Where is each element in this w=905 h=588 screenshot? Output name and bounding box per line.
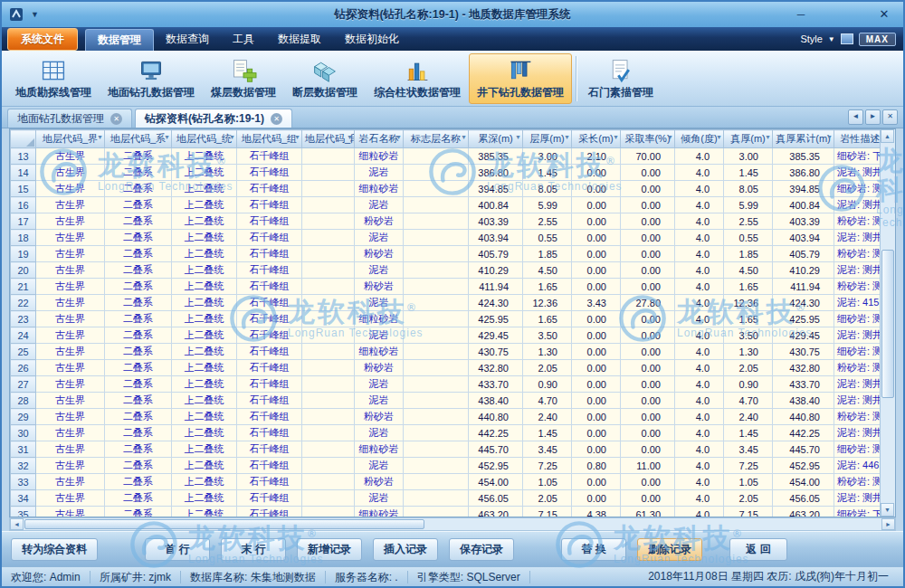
row-number-cell[interactable]: 24 (11, 327, 36, 344)
cell[interactable]: 泥岩 (355, 458, 404, 474)
cell[interactable]: 古生界 (36, 458, 105, 474)
footer-button-3[interactable]: 新增记录 (297, 538, 362, 561)
cell[interactable]: 泥岩 (355, 165, 404, 181)
footer-button-0[interactable]: 转为综合资料 (11, 538, 98, 561)
row-number-cell[interactable]: 19 (11, 246, 36, 262)
cell[interactable] (302, 458, 355, 474)
cell[interactable]: 394.85 (773, 181, 834, 197)
cell[interactable]: 古生界 (36, 246, 105, 262)
cell[interactable]: 二叠系 (105, 262, 172, 279)
cell[interactable] (302, 441, 355, 458)
row-number-cell[interactable]: 22 (11, 295, 36, 311)
cell[interactable]: 0.00 (572, 246, 621, 262)
cell[interactable]: 石千峰组 (237, 425, 302, 441)
table-row[interactable]: 35古生界二叠系上二叠统石千峰组细粒砂岩463.207.154.3861.304… (11, 507, 887, 518)
cell[interactable]: 70.00 (621, 148, 675, 165)
cell[interactable]: 泥岩: 测井解释. (834, 376, 887, 393)
row-number-cell[interactable]: 16 (11, 197, 36, 213)
cell[interactable]: 454.00 (469, 474, 523, 490)
cell[interactable]: 0.55 (724, 230, 773, 246)
cell[interactable]: 1.65 (523, 311, 572, 327)
cell[interactable]: 二叠系 (105, 376, 172, 393)
cell[interactable]: 4.0 (675, 181, 724, 197)
cell[interactable]: 386.80 (469, 165, 523, 181)
cell[interactable]: 0.00 (621, 311, 675, 327)
cell[interactable] (302, 279, 355, 295)
cell[interactable]: 粉砂岩: 测井解释. (834, 474, 887, 490)
row-number-cell[interactable]: 20 (11, 262, 36, 279)
cell[interactable]: 8.05 (523, 181, 572, 197)
cell[interactable]: 石千峰组 (237, 441, 302, 458)
column-filter-caret-icon[interactable]: ▼ (229, 134, 235, 140)
cell[interactable]: 上二叠统 (172, 376, 237, 393)
cell[interactable]: 石千峰组 (237, 246, 302, 262)
cell[interactable]: 粉砂岩 (355, 213, 404, 230)
cell[interactable] (302, 295, 355, 311)
cell[interactable]: 0.00 (621, 490, 675, 507)
table-row[interactable]: 17古生界二叠系上二叠统石千峰组粉砂岩403.392.550.000.004.0… (11, 213, 887, 230)
cell[interactable]: 445.70 (469, 441, 523, 458)
cell[interactable]: 2.05 (724, 490, 773, 507)
cell[interactable]: 上二叠统 (172, 327, 237, 344)
ribbon-button-5[interactable]: 井下钻孔数据管理 (469, 53, 572, 104)
cell[interactable]: 0.00 (621, 213, 675, 230)
cell[interactable]: 二叠系 (105, 425, 172, 441)
cell[interactable]: 2.05 (523, 360, 572, 376)
cell[interactable]: 粉砂岩: 测井解释. (834, 246, 887, 262)
cell[interactable]: 1.45 (724, 165, 773, 181)
cell[interactable]: 1.85 (724, 246, 773, 262)
cell[interactable]: 泥岩: 测井解释. (834, 262, 887, 279)
cell[interactable]: 泥岩: 测井解释. (834, 165, 887, 181)
cell[interactable]: 454.00 (773, 474, 834, 490)
column-header-5[interactable]: 地层代码_段▼ (302, 130, 355, 148)
cell[interactable]: 425.95 (773, 311, 834, 327)
column-header-14[interactable]: 真厚累计(m)▼ (773, 130, 834, 148)
row-number-cell[interactable]: 28 (11, 393, 36, 409)
cell[interactable]: 二叠系 (105, 230, 172, 246)
table-row[interactable]: 23古生界二叠系上二叠统石千峰组细粒砂岩425.951.650.000.004.… (11, 311, 887, 327)
cell[interactable]: 456.05 (773, 490, 834, 507)
cell[interactable] (302, 507, 355, 518)
cell[interactable]: 古生界 (36, 441, 105, 458)
cell[interactable]: 上二叠统 (172, 409, 237, 425)
cell[interactable]: 4.38 (572, 507, 621, 518)
cell[interactable] (404, 230, 469, 246)
cell[interactable]: 0.00 (572, 327, 621, 344)
cell[interactable]: 0.00 (572, 344, 621, 360)
cell[interactable] (404, 507, 469, 518)
cell[interactable]: 古生界 (36, 262, 105, 279)
cell[interactable]: 394.85 (469, 181, 523, 197)
cell[interactable]: 12.36 (523, 295, 572, 311)
cell[interactable]: 1.65 (523, 279, 572, 295)
cell[interactable]: 3.00 (523, 148, 572, 165)
doc-tab-0[interactable]: 地面钻孔数据管理✕ (7, 109, 132, 128)
cell[interactable]: 二叠系 (105, 327, 172, 344)
cell[interactable]: 452.95 (469, 458, 523, 474)
column-filter-caret-icon[interactable]: ▼ (564, 134, 570, 140)
cell[interactable]: 1.45 (724, 425, 773, 441)
column-filter-caret-icon[interactable]: ▼ (613, 134, 619, 140)
table-row[interactable]: 16古生界二叠系上二叠统石千峰组泥岩400.845.990.000.004.05… (11, 197, 887, 213)
cell[interactable]: 古生界 (36, 376, 105, 393)
cell[interactable] (302, 197, 355, 213)
cell[interactable]: 463.20 (773, 507, 834, 518)
cell[interactable]: 430.75 (469, 344, 523, 360)
cell[interactable]: 4.0 (675, 246, 724, 262)
cell[interactable]: 403.94 (773, 230, 834, 246)
cell[interactable]: 400.84 (469, 197, 523, 213)
max-button[interactable]: MAX (859, 33, 896, 46)
row-number-cell[interactable]: 14 (11, 165, 36, 181)
cell[interactable] (302, 213, 355, 230)
cell[interactable]: 0.00 (572, 490, 621, 507)
cell[interactable] (404, 197, 469, 213)
column-header-6[interactable]: 岩石名称▼ (355, 130, 404, 148)
cell[interactable] (302, 490, 355, 507)
table-row[interactable]: 33古生界二叠系上二叠统石千峰组粉砂岩454.001.050.000.004.0… (11, 474, 887, 490)
cell[interactable] (404, 474, 469, 490)
cell[interactable]: 泥岩 (355, 490, 404, 507)
cell[interactable]: 0.00 (572, 262, 621, 279)
cell[interactable]: 440.80 (469, 409, 523, 425)
cell[interactable]: 0.00 (621, 327, 675, 344)
cell[interactable]: 4.0 (675, 507, 724, 518)
cell[interactable]: 泥岩: 测井解释. (834, 327, 887, 344)
